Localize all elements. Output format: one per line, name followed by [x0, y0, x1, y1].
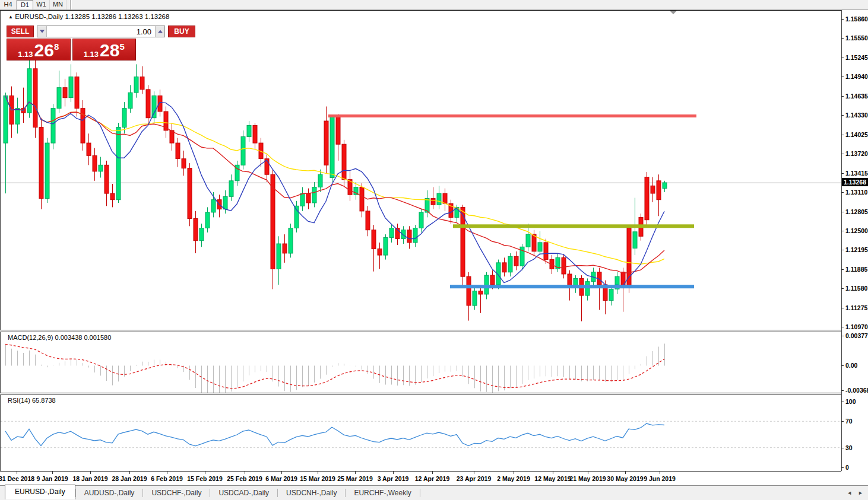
series-end-marker-icon: [670, 11, 677, 14]
price-axis-label: 1.12805: [845, 208, 868, 215]
date-label: 21 May 2019: [569, 475, 606, 482]
axis-tick: [841, 58, 844, 58]
buy-price-sup: 5: [119, 42, 124, 51]
buy-button[interactable]: BUY: [168, 26, 195, 37]
macd-axis-label: 0.00: [845, 362, 857, 369]
date-tick: [245, 472, 245, 474]
volume-spinner: [37, 26, 165, 37]
price-axis-label: 1.15860: [845, 15, 868, 23]
timeframe-h4-button[interactable]: H4: [0, 0, 17, 9]
price-chart-panel[interactable]: ▲ EURUSD-,Daily 1.13285 1.13286 1.13263 …: [0, 10, 841, 330]
axis-tick: [841, 38, 844, 39]
price-axis-label: 1.15245: [845, 54, 868, 61]
price-axis-label: 1.10970: [845, 323, 868, 330]
tab-scroll-right-icon[interactable]: ►: [858, 489, 863, 496]
date-label: 25 Feb 2019: [227, 475, 262, 482]
triangle-up-icon: [158, 30, 163, 33]
timeframe-mn-button[interactable]: MN: [50, 0, 66, 9]
rsi-panel[interactable]: RSI(14) 65.8738: [0, 395, 841, 471]
symbol-period-label: EURUSD-,Daily: [15, 13, 63, 20]
macd-chart: [1, 332, 841, 393]
date-tick: [17, 472, 17, 474]
macd-label: MACD(12,26,9) 0.003438 0.001580: [8, 334, 111, 341]
timeframe-w1-button[interactable]: W1: [33, 0, 50, 9]
tab-audusd-daily[interactable]: AUDUSD-,Daily: [76, 486, 143, 500]
ohlc-values: 1.13285 1.13286 1.13263 1.13268: [65, 13, 169, 20]
collapse-triangle-icon[interactable]: ▲: [8, 14, 13, 20]
date-tick: [514, 472, 514, 474]
toolbar-separator: [70, 0, 72, 9]
buy-price-prefix: 1.13: [84, 50, 99, 59]
price-axis-label: 1.12500: [845, 227, 868, 234]
sell-price-sup: 8: [54, 42, 59, 51]
axis-tick: [841, 308, 844, 308]
macd-axis-label: -0.003682: [845, 387, 868, 394]
axis-tick: [841, 448, 844, 448]
tab-scroll-arrows: ◄ ►: [847, 489, 863, 496]
buy-price-display[interactable]: 1.13285: [72, 39, 137, 60]
date-tick: [90, 472, 91, 474]
axis-tick: [841, 231, 844, 231]
macd-values: 0.003438 0.001580: [55, 334, 111, 341]
macd-axis-label: 0.003777: [845, 332, 868, 339]
rsi-axis-label: 100: [845, 398, 856, 405]
price-axis-label: 1.11580: [845, 285, 867, 292]
date-label: 12 Apr 2019: [415, 475, 450, 482]
price-axis-label: 1.14025: [845, 131, 868, 138]
triangle-down-icon: [40, 30, 45, 33]
price-axis-label: 1.14940: [845, 73, 868, 80]
date-label: 23 Apr 2019: [457, 475, 492, 482]
price-axis-label: 1.13415: [845, 170, 868, 177]
rsi-chart: [1, 395, 841, 471]
price-axis-label: 1.11275: [845, 304, 867, 311]
volume-increase-button[interactable]: [155, 26, 164, 37]
rsi-axis-label: 70: [845, 418, 853, 425]
date-label: 3 Apr 2019: [378, 475, 409, 482]
timeframe-d1-button[interactable]: D1: [17, 0, 33, 9]
date-label: 12 May 2019: [534, 475, 571, 482]
buy-price-big: 28: [100, 42, 119, 59]
date-label: 15 Feb 2019: [187, 475, 223, 482]
axis-tick: [841, 135, 844, 135]
tab-usdchf-daily[interactable]: USDCHF-,Daily: [143, 486, 210, 500]
date-label: 31 Dec 2018: [0, 475, 34, 482]
axis-tick: [841, 96, 844, 97]
date-label: 6 Feb 2019: [151, 475, 183, 482]
date-tick: [660, 472, 660, 474]
axis-tick: [841, 269, 844, 270]
sell-button[interactable]: SELL: [7, 26, 34, 37]
macd-panel[interactable]: MACD(12,26,9) 0.003438 0.001580: [0, 332, 841, 393]
date-label: 6 Mar 2019: [265, 475, 297, 482]
date-tick: [393, 472, 394, 474]
axis-tick: [841, 467, 844, 468]
one-click-trading-widget: SELL BUY 1.13268 1.13285: [7, 26, 136, 60]
date-tick: [129, 472, 130, 474]
axis-tick: [841, 250, 844, 250]
volume-decrease-button[interactable]: [37, 26, 47, 37]
axis-tick: [841, 115, 844, 116]
tab-separator: [420, 489, 420, 497]
date-label: 25 Mar 2019: [337, 475, 373, 482]
tab-usdcad-daily[interactable]: USDCAD-,Daily: [210, 486, 277, 500]
price-axis[interactable]: 1.158601.155501.152451.149401.146351.143…: [841, 10, 868, 485]
date-tick: [553, 472, 553, 474]
price-axis-label: 1.13720: [845, 150, 868, 157]
date-tick: [167, 472, 167, 474]
date-tick: [588, 472, 588, 474]
axis-tick: [841, 365, 844, 366]
tab-eurchf-weekly[interactable]: EURCHF-,Weekly: [346, 486, 419, 500]
date-label: 30 May 2019: [607, 475, 643, 482]
axis-tick: [841, 212, 844, 212]
date-tick: [355, 472, 356, 474]
axis-tick: [841, 421, 844, 422]
tab-scroll-left-icon[interactable]: ◄: [847, 489, 852, 496]
rsi-label: RSI(14) 65.8738: [8, 397, 56, 404]
chart-tab-bar: EURUSD-,Daily AUDUSD-,Daily USDCHF-,Dail…: [0, 485, 868, 500]
tab-eurusd-daily[interactable]: EURUSD-,Daily: [5, 485, 75, 499]
tab-usdcnh-daily[interactable]: USDCNH-,Daily: [278, 486, 345, 500]
axis-tick: [841, 402, 844, 402]
date-axis[interactable]: 31 Dec 20189 Jan 201918 Jan 201928 Jan 2…: [0, 471, 868, 485]
axis-tick: [841, 154, 844, 154]
sell-price-display[interactable]: 1.13268: [7, 39, 71, 60]
volume-input[interactable]: [47, 26, 155, 37]
